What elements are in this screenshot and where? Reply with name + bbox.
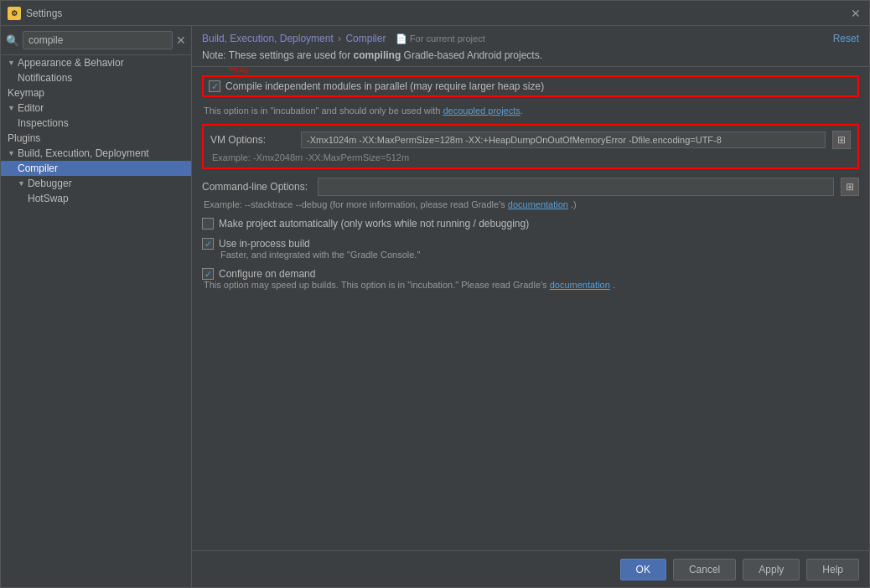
vm-options-expand-button[interactable]: ⊞ <box>832 131 851 149</box>
sidebar-item-label: Debugger <box>28 178 72 189</box>
cmd-note-suffix: .) <box>571 199 577 209</box>
content-header: Build, Execution, Deployment › Compiler … <box>192 26 869 67</box>
vm-options-row: VM Options: ⊞ <box>210 131 851 149</box>
expand-icon: ▼ <box>8 149 15 157</box>
reset-button[interactable]: Reset <box>833 33 859 44</box>
sidebar-item-label: Plugins <box>8 132 40 144</box>
vm-options-input[interactable] <box>301 132 826 148</box>
command-line-row: Command-line Options: ⊞ <box>202 178 859 196</box>
sidebar-item-label: Inspections <box>18 117 69 129</box>
main-content: 🔍 ✕ ▼ Appearance & Behavior Notification… <box>1 26 869 587</box>
note-suffix: Gradle-based Android projects. <box>404 49 542 61</box>
sidebar-item-editor[interactable]: ▼ Editor <box>1 101 191 116</box>
ok-button[interactable]: OK <box>620 559 666 580</box>
expand-icon: ▼ <box>8 59 15 67</box>
sidebar-item-inspections[interactable]: Inspections <box>1 116 191 131</box>
make-project-row: Make project automatically (only works w… <box>202 218 859 230</box>
sidebar-item-build-execution[interactable]: ▼ Build, Execution, Deployment <box>1 146 191 161</box>
note-row: Note: These settings are used for compil… <box>202 48 859 63</box>
sidebar-item-label: HotSwap <box>28 193 69 204</box>
sidebar-item-label: Compiler <box>18 162 58 174</box>
app-icon: ⚙ <box>8 7 21 20</box>
expand-icon: ▼ <box>18 179 25 188</box>
content-panel: Build, Execution, Deployment › Compiler … <box>192 26 869 587</box>
sidebar-item-compiler[interactable]: Compiler <box>1 161 191 176</box>
configure-demand-note: This option may speed up builds. This op… <box>202 280 859 290</box>
command-line-input[interactable] <box>318 178 834 196</box>
note-prefix: Note: These settings are used for <box>202 49 354 61</box>
configure-note-suffix: . <box>613 280 615 290</box>
help-button[interactable]: Help <box>806 559 859 580</box>
make-project-label: Make project automatically (only works w… <box>219 218 529 230</box>
expand-icon: ▼ <box>8 104 15 112</box>
use-inprocess-label: Use in-process build <box>219 238 310 250</box>
note-bold: compiling <box>354 49 401 61</box>
sidebar-item-label: Build, Execution, Deployment <box>18 147 149 159</box>
configure-demand-checkbox[interactable] <box>202 268 214 280</box>
compile-modules-checkbox[interactable] <box>209 80 220 92</box>
configure-demand-row: Configure on demand <box>202 268 859 280</box>
cmd-note-prefix: Example: --stacktrace --debug (for more … <box>204 199 508 209</box>
title-bar-left: ⚙ Settings <box>8 7 62 20</box>
sidebar-item-hotswap[interactable]: HotSwap <box>1 191 191 206</box>
documentation-link[interactable]: documentation <box>508 199 568 209</box>
use-inprocess-note: Faster, and integrated with the "Gradle … <box>202 250 859 260</box>
annotation-text: 勾选 <box>227 67 249 75</box>
compile-modules-label: Compile independent modules in parallel … <box>225 80 544 92</box>
command-line-section: Command-line Options: ⊞ Example: --stack… <box>202 178 859 209</box>
sidebar-item-label: Notifications <box>18 72 72 84</box>
incubation-note: This option is in "incubation" and shoul… <box>202 106 859 116</box>
compile-modules-row: Compile independent modules in parallel … <box>202 75 859 97</box>
breadcrumb-part1: Build, Execution, Deployment <box>202 33 334 44</box>
sidebar-item-appearance[interactable]: ▼ Appearance & Behavior <box>1 55 191 70</box>
incubation-text: This option is in "incubation" and shoul… <box>204 106 443 116</box>
configure-note-prefix: This option may speed up builds. This op… <box>204 280 550 290</box>
use-inprocess-row: Use in-process build <box>202 238 859 250</box>
sidebar-item-debugger[interactable]: ▼ Debugger <box>1 176 191 191</box>
search-input[interactable] <box>23 31 173 49</box>
sidebar-item-plugins[interactable]: Plugins <box>1 131 191 146</box>
breadcrumb-current: Compiler <box>345 33 386 44</box>
apply-button[interactable]: Apply <box>743 559 800 580</box>
vm-options-label: VM Options: <box>210 134 294 146</box>
title-bar: ⚙ Settings ✕ <box>1 1 869 26</box>
breadcrumb: Build, Execution, Deployment › Compiler … <box>202 33 485 44</box>
breadcrumb-row: Build, Execution, Deployment › Compiler … <box>202 33 859 44</box>
footer: OK Cancel Apply Help <box>192 550 869 587</box>
for-project-label: 📄 For current project <box>396 34 485 44</box>
sidebar-item-label: Editor <box>18 102 44 114</box>
configure-documentation-link[interactable]: documentation <box>550 280 610 290</box>
search-box: 🔍 ✕ <box>1 26 191 55</box>
search-clear-icon[interactable]: ✕ <box>176 34 186 47</box>
command-line-note: Example: --stacktrace --debug (for more … <box>202 199 859 209</box>
content-body: 勾选 Compile independent modules in parall… <box>192 67 869 550</box>
decoupled-link[interactable]: decoupled projects <box>443 106 520 116</box>
search-icon: 🔍 <box>6 34 19 47</box>
sidebar: 🔍 ✕ ▼ Appearance & Behavior Notification… <box>1 26 192 587</box>
use-inprocess-section: Use in-process build Faster, and integra… <box>202 238 859 260</box>
command-line-expand-button[interactable]: ⊞ <box>841 178 859 196</box>
configure-demand-section: Configure on demand This option may spee… <box>202 268 859 290</box>
use-inprocess-checkbox[interactable] <box>202 238 214 250</box>
settings-window: ⚙ Settings ✕ 🔍 ✕ ▼ Appearance & Behavior… <box>0 0 870 588</box>
window-title: Settings <box>26 8 62 19</box>
sidebar-item-label: Appearance & Behavior <box>18 57 124 69</box>
breadcrumb-separator: › <box>338 33 344 44</box>
command-line-label: Command-line Options: <box>202 181 311 193</box>
cancel-button[interactable]: Cancel <box>673 559 736 580</box>
vm-options-section: VM Options: ⊞ Example: -Xmx2048m -XX:Max… <box>202 124 859 169</box>
vm-options-example: Example: -Xmx2048m -XX:MaxPermSize=512m <box>210 152 851 162</box>
sidebar-item-keymap[interactable]: Keymap <box>1 85 191 101</box>
sidebar-item-label: Keymap <box>8 87 44 99</box>
breadcrumb-text: Build, Execution, Deployment › Compiler <box>202 33 389 44</box>
sidebar-item-notifications[interactable]: Notifications <box>1 70 191 85</box>
make-project-checkbox[interactable] <box>202 218 214 230</box>
close-button[interactable]: ✕ <box>849 7 862 20</box>
configure-demand-label: Configure on demand <box>219 268 315 280</box>
